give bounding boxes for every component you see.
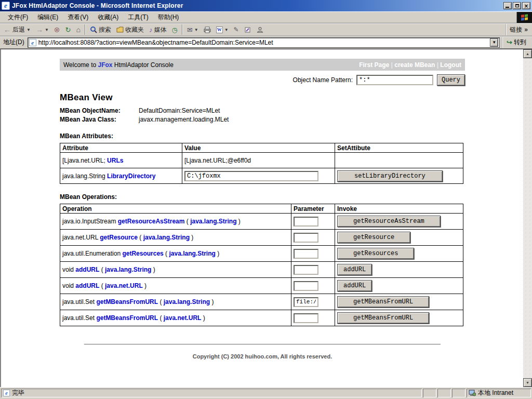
attributes-heading: MBean Attributes: [60, 132, 465, 140]
invoke-button[interactable]: getMBeansFromURL [337, 312, 429, 324]
operation-parameter-input[interactable] [294, 265, 318, 275]
address-input[interactable]: e http://localhost:8088/?action=viewMBea… [28, 37, 500, 48]
nav-link-create-mbean[interactable]: create MBean [394, 61, 435, 69]
invoke-button[interactable]: getResourceAsStream [337, 216, 441, 227]
scroll-up-icon[interactable]: ▲ [523, 49, 532, 58]
attributes-header-row: Attribute Value SetAttibute [60, 143, 463, 153]
status-pane-empty [423, 389, 436, 397]
invoke-button[interactable]: getMBeansFromURL [337, 296, 429, 308]
menu-help[interactable]: 帮助(H) [153, 11, 184, 23]
links-band[interactable]: 链接 » [506, 24, 531, 35]
forward-button[interactable]: → ▼ [33, 24, 51, 35]
mail-icon: ✉ [187, 26, 193, 33]
operations-col-operation: Operation [60, 204, 291, 214]
operations-heading: MBean Operations: [60, 193, 465, 201]
address-dropdown-button[interactable]: ▼ [490, 38, 498, 47]
zone-text: 本地 Intranet [478, 389, 513, 397]
edit-button[interactable]: W ▼ [214, 24, 231, 35]
stop-button[interactable]: ⊗ [51, 24, 63, 35]
discuss-button[interactable]: ✎ [231, 24, 242, 35]
invoke-button[interactable]: getResource [337, 232, 410, 243]
operation-invoke-cell: getResources [335, 246, 463, 262]
nav-link-first-page[interactable]: First Page [359, 61, 389, 69]
restore-button[interactable] [513, 2, 521, 9]
console-page: Welcome to JFox HtmlAdaptor Console Firs… [1, 49, 523, 387]
operations-col-parameter: Parameter [291, 204, 335, 214]
go-label: 转到 [514, 38, 526, 47]
mbean-javaclass-label: MBean Java Class: [60, 116, 139, 123]
links-chevron-icon[interactable]: » [524, 26, 528, 33]
document-done-icon: e [3, 390, 10, 396]
favorites-folder-icon [116, 26, 124, 33]
minimize-icon [506, 7, 509, 8]
stop-icon: ⊗ [54, 26, 60, 33]
welcome-bar: Welcome to JFox HtmlAdaptor Console Firs… [60, 59, 465, 71]
operation-parameter-input[interactable] [294, 249, 318, 259]
operation-row: java.net.URL getResource ( java.lang.Str… [60, 230, 463, 246]
attribute-action-cell: setLibraryDirectory [335, 168, 463, 184]
title-bar: e JFox HtmlAdaptor Console - Microsoft I… [0, 0, 532, 11]
refresh-button[interactable]: ↻ [63, 24, 74, 35]
search-button[interactable]: 搜索 [87, 24, 114, 35]
invoke-button[interactable]: getResources [337, 248, 414, 259]
operation-parameter-input[interactable] [294, 297, 318, 307]
menu-file[interactable]: 文件(F) [3, 11, 33, 23]
operation-invoke-cell: getMBeansFromURL [335, 310, 463, 326]
operation-parameter-input[interactable] [294, 233, 318, 243]
operations-header-row: Operation Parameter Invoke [60, 204, 463, 214]
menu-edit[interactable]: 编辑(E) [33, 11, 63, 23]
operation-row: java.util.Enumeration getResources ( jav… [60, 246, 463, 262]
address-label: 地址(D) [2, 38, 25, 47]
operation-param-type: java.lang.String [169, 250, 215, 257]
mbean-objectname-value: DefaultDomain:Service=MLet [139, 107, 220, 114]
ie-throbber-windows-flag-icon [516, 12, 532, 23]
menu-tools[interactable]: 工具(T) [123, 11, 153, 23]
messenger-button[interactable] [254, 24, 266, 35]
operation-parameter-cell [291, 230, 335, 246]
tools-plugin-button[interactable] [242, 24, 254, 35]
query-button[interactable]: Query [437, 74, 465, 86]
minimize-button[interactable] [503, 2, 512, 9]
set-attribute-button[interactable]: setLibraryDirectory [337, 170, 443, 182]
operation-parameter-input[interactable] [294, 313, 318, 323]
operations-col-invoke: Invoke [335, 204, 463, 214]
scroll-down-icon[interactable]: ▼ [523, 378, 532, 387]
nav-link-logout[interactable]: Logout [440, 61, 461, 69]
operation-invoke-cell: getResourceAsStream [335, 214, 463, 230]
home-button[interactable]: ⌂ [73, 24, 83, 35]
operation-invoke-cell: addURL [335, 278, 463, 294]
edit-dropdown-icon[interactable]: ▼ [224, 28, 229, 32]
messenger-person-icon [257, 26, 263, 33]
forward-dropdown-icon[interactable]: ▼ [45, 28, 49, 32]
operation-row: java.util.Set getMBeansFromURL ( java.la… [60, 294, 463, 310]
operation-parameter-input[interactable] [294, 281, 318, 291]
mail-button[interactable]: ✉ ▼ [184, 24, 201, 35]
operation-parameter-input[interactable] [294, 217, 318, 227]
menu-favorites[interactable]: 收藏(A) [93, 11, 123, 23]
menu-view[interactable]: 查看(V) [63, 11, 93, 23]
invoke-button[interactable]: addURL [337, 280, 372, 291]
operation-parameter-cell [291, 262, 335, 278]
address-url[interactable]: http://localhost:8088/?action=viewMBean&… [38, 39, 488, 46]
forward-arrow-icon: → [36, 26, 43, 33]
restore-icon [515, 4, 519, 7]
mail-dropdown-icon[interactable]: ▼ [194, 28, 198, 32]
back-dropdown-icon[interactable]: ▼ [26, 28, 31, 32]
history-button[interactable]: ◷ [169, 24, 180, 35]
invoke-button[interactable]: addURL [337, 264, 372, 275]
object-name-pattern-input[interactable] [356, 75, 433, 85]
go-button[interactable]: ↪ 转到 [502, 37, 530, 48]
search-label: 搜索 [99, 25, 111, 34]
operation-row: void addURL ( java.lang.String )addURL [60, 262, 463, 278]
print-button[interactable] [201, 24, 214, 35]
back-arrow-icon: ← [4, 26, 11, 33]
favorites-button[interactable]: 收藏夹 [114, 24, 147, 35]
close-button[interactable]: × [522, 2, 530, 9]
query-row: Object Name Pattern: Query [60, 74, 465, 86]
back-button[interactable]: ← 后退 ▼ [1, 24, 33, 35]
browser-viewport: Welcome to JFox HtmlAdaptor Console Firs… [0, 49, 532, 387]
vertical-scrollbar[interactable]: ▲ ▼ [523, 49, 532, 387]
page-icon: e [29, 39, 36, 46]
media-button[interactable]: ♪ 媒体 [147, 24, 169, 35]
attribute-value-input[interactable] [184, 171, 318, 181]
